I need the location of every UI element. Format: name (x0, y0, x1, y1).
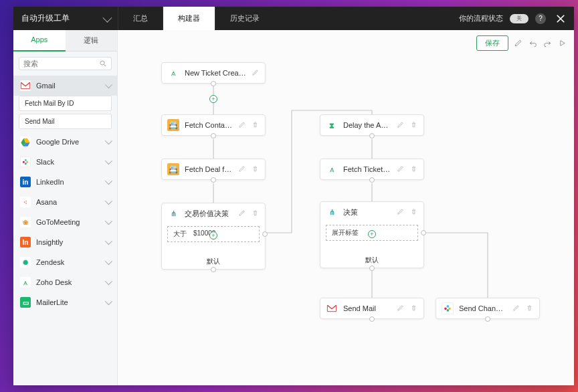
sidebar-item-label: Zoho Desk (36, 278, 72, 286)
chevron-down-icon (105, 81, 112, 88)
node-decision-deal-value[interactable]: ⋔ 交易价值决策 大于 $10000 + 默认 (161, 203, 266, 270)
sidebar-item-label: Gmail (36, 82, 56, 90)
hourglass-icon: ⧗ (326, 119, 338, 131)
sidebar-item-gmail[interactable]: Gmail (13, 76, 117, 96)
edit-icon[interactable] (238, 165, 246, 173)
chevron-down-icon (105, 258, 112, 265)
node-delay[interactable]: ⧗ Delay the Action (320, 114, 424, 136)
sidebar: Apps 逻辑 Gmail Fetch Mail By ID Send Mail… (13, 30, 118, 385)
drive-icon (20, 136, 31, 147)
close-icon[interactable] (553, 11, 569, 27)
svg-line-1 (104, 65, 106, 67)
tab-summary[interactable]: 汇总 (118, 7, 163, 30)
delete-icon[interactable] (252, 209, 260, 217)
redo-icon[interactable] (542, 38, 553, 49)
delete-icon[interactable] (410, 208, 418, 216)
chevron-down-icon (105, 137, 112, 144)
search-icon (99, 60, 107, 68)
delete-icon[interactable] (410, 121, 418, 129)
node-send-mail[interactable]: Send Mail (320, 298, 424, 319)
edit-icon[interactable] (397, 208, 405, 216)
undo-icon[interactable] (527, 38, 538, 49)
svg-rect-15 (448, 308, 450, 310)
sidebar-item-gtm[interactable]: ❀ GoToMeeting (13, 212, 117, 232)
edit-icon[interactable] (397, 121, 405, 129)
node-title: New Ticket Created in ... (185, 69, 246, 77)
node-fetch-contact[interactable]: 📇 Fetch Contact from CRM (161, 114, 266, 136)
edit-icon[interactable] (512, 38, 523, 49)
sidebar-item-label: LinkedIn (36, 178, 64, 186)
sidebar-item-insightly[interactable]: In Insightly (13, 232, 117, 252)
page-title: 自动升级工单 (21, 13, 70, 24)
branch-icon: ⋔ (326, 206, 338, 218)
zohodesk-icon: ⟑ (326, 163, 338, 175)
add-node-icon[interactable]: + (209, 95, 217, 103)
sidebar-item-label: GoToMeeting (36, 218, 80, 226)
tab-history[interactable]: 历史记录 (215, 7, 274, 30)
chevron-down-icon (105, 217, 112, 225)
chevron-down-icon (105, 197, 112, 205)
node-new-ticket[interactable]: ⟑ New Ticket Created in ... (161, 62, 266, 84)
node-title: 决策 (343, 207, 391, 217)
edit-icon[interactable] (252, 69, 260, 77)
sidebar-item-mailerlite[interactable]: ▭ MailerLite (13, 292, 117, 312)
edit-icon[interactable] (397, 165, 405, 173)
slack-icon (20, 157, 31, 167)
delete-icon[interactable] (252, 121, 260, 129)
node-decision-2[interactable]: ⋔ 决策 展开标签 + 默认 (320, 201, 424, 268)
node-send-channel-message[interactable]: Send Channel Message (436, 298, 540, 319)
canvas[interactable]: 保存 ⟑ New Ticket C (118, 30, 574, 385)
sidebar-tab-logic[interactable]: 逻辑 (66, 30, 118, 52)
node-title: Fetch Contact from CRM (185, 121, 233, 129)
add-condition-icon[interactable]: + (368, 230, 376, 238)
edit-icon[interactable] (238, 121, 246, 129)
sidebar-item-drive[interactable]: Google Drive (13, 132, 117, 152)
sidebar-item-asana[interactable]: ⁖ Asana (13, 192, 117, 212)
search-input[interactable] (23, 60, 99, 68)
gotomeeting-icon: ❀ (20, 217, 31, 227)
sidebar-item-label: MailerLite (36, 298, 68, 306)
node-fetch-ticket[interactable]: ⟑ Fetch Ticket from Supp... (320, 159, 424, 180)
flow-status-toggle[interactable]: 关 (510, 14, 528, 23)
sidebar-item-slack[interactable]: Slack (13, 152, 117, 172)
svg-rect-5 (25, 163, 27, 165)
sidebar-item-zendesk[interactable]: ✺ Zendesk (13, 252, 117, 272)
svg-rect-16 (447, 309, 449, 311)
zendesk-icon: ✺ (20, 257, 31, 268)
sidebar-item-zoho[interactable]: ⟑ Zoho Desk (13, 272, 117, 292)
edit-icon[interactable] (397, 304, 405, 312)
chevron-down-icon (105, 157, 112, 165)
node-title: Fetch Ticket from Supp... (343, 165, 391, 173)
svg-rect-14 (447, 305, 449, 307)
delete-icon[interactable] (526, 304, 534, 312)
save-button[interactable]: 保存 (476, 35, 508, 51)
gmail-action-send[interactable]: Send Mail (19, 114, 112, 129)
node-title: Send Mail (343, 304, 391, 312)
sidebar-item-linkedin[interactable]: in LinkedIn (13, 172, 117, 192)
tab-builder[interactable]: 构建器 (163, 7, 215, 30)
play-icon[interactable] (557, 38, 567, 49)
edit-icon[interactable] (238, 209, 246, 217)
svg-rect-2 (23, 161, 25, 163)
sidebar-tab-apps[interactable]: Apps (13, 30, 66, 52)
gmail-action-fetch[interactable]: Fetch Mail By ID (19, 96, 112, 111)
add-condition-icon[interactable]: + (209, 231, 217, 239)
chevron-down-icon (105, 237, 112, 245)
gmail-icon (326, 302, 338, 314)
chevron-down-icon (105, 298, 112, 305)
title-dropdown-icon[interactable] (102, 13, 112, 22)
delete-icon[interactable] (410, 165, 418, 173)
zohodesk-icon: ⟑ (167, 67, 179, 79)
edit-icon[interactable] (512, 304, 520, 312)
svg-point-0 (100, 61, 104, 65)
delete-icon[interactable] (252, 165, 260, 173)
crm-icon: 📇 (167, 163, 179, 175)
help-icon[interactable]: ? (535, 13, 546, 24)
node-fetch-deal[interactable]: 📇 Fetch Deal from CRM (161, 159, 266, 180)
svg-rect-4 (26, 161, 28, 163)
zohodesk-icon: ⟑ (20, 277, 31, 288)
node-title: 交易价值决策 (185, 209, 233, 219)
delete-icon[interactable] (410, 304, 418, 312)
node-title: Send Channel Message (459, 304, 507, 312)
header: 自动升级工单 汇总 构建器 历史记录 你的流程状态 关 ? (13, 7, 574, 30)
